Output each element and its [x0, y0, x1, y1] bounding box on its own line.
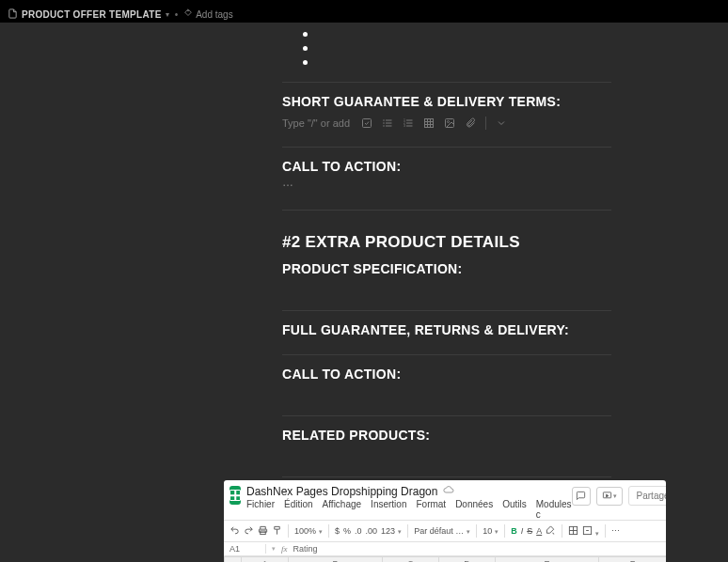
- separator: [485, 117, 486, 130]
- col-header[interactable]: A: [242, 557, 289, 563]
- font-select[interactable]: Par défaut …: [414, 526, 470, 536]
- numbered-list-icon[interactable]: 123: [403, 117, 414, 129]
- name-box-chevron[interactable]: ▾: [272, 545, 276, 553]
- print-icon[interactable]: [258, 525, 268, 538]
- separator: •: [175, 9, 179, 20]
- sheets-document-title[interactable]: DashNex Pages Dropshipping Dragon: [246, 485, 437, 498]
- divider: [282, 415, 611, 416]
- divider: [282, 210, 611, 211]
- divider: [282, 476, 611, 477]
- menu-view[interactable]: Affichage: [323, 499, 362, 520]
- number-format-select[interactable]: 123: [381, 526, 402, 536]
- ellipsis-text[interactable]: …: [282, 176, 611, 189]
- page-title-chevron[interactable]: ▾: [166, 10, 169, 19]
- editor-canvas: SHORT GUARANTEE & DELIVERY TERMS: Type "…: [0, 23, 728, 562]
- percent-button[interactable]: %: [343, 526, 351, 536]
- currency-button[interactable]: $: [335, 526, 340, 536]
- menu-file[interactable]: Fichier: [246, 499, 275, 520]
- svg-point-3: [383, 122, 385, 124]
- sheets-toolbar[interactable]: 100% $ % .0 .00 123 Par défaut … 10 B I …: [224, 520, 666, 542]
- svg-point-4: [383, 125, 385, 127]
- formula-bar[interactable]: A1 ▾ fx Rating: [224, 542, 666, 556]
- decrease-decimal-button[interactable]: .0: [355, 526, 362, 536]
- heading-extra-details[interactable]: #2 EXTRA PRODUCT DETAILS: [282, 233, 611, 252]
- heading-cta-1[interactable]: CALL TO ACTION:: [282, 159, 611, 174]
- bold-button[interactable]: B: [511, 526, 517, 536]
- svg-rect-5: [386, 120, 392, 121]
- block-insert-toolbar[interactable]: Type "/" or add 123: [282, 117, 611, 130]
- menu-edit[interactable]: Édition: [284, 499, 313, 520]
- italic-button[interactable]: I: [521, 526, 524, 536]
- svg-rect-7: [386, 126, 392, 127]
- col-header[interactable]: C: [383, 557, 439, 563]
- col-header[interactable]: F: [599, 557, 667, 563]
- present-icon[interactable]: ▾: [596, 487, 623, 506]
- bullet-item[interactable]: [303, 60, 308, 65]
- heading-cta-2[interactable]: CALL TO ACTION:: [282, 367, 611, 382]
- divider: [282, 147, 611, 148]
- divider: [282, 354, 611, 355]
- bullet-list[interactable]: [282, 32, 611, 65]
- google-sheets-icon: [229, 486, 241, 505]
- font-size-select[interactable]: 10: [483, 526, 499, 536]
- divider: [282, 310, 611, 311]
- svg-rect-9: [406, 123, 413, 124]
- col-header[interactable]: D: [439, 557, 496, 563]
- toolbar-more-icon[interactable]: ⋯: [611, 526, 620, 536]
- svg-point-0: [188, 10, 189, 11]
- heading-short-guarantee[interactable]: SHORT GUARANTEE & DELIVERY TERMS:: [282, 94, 611, 109]
- menu-addons[interactable]: Modules c: [536, 499, 572, 520]
- formula-input[interactable]: Rating: [293, 544, 318, 554]
- spreadsheet-grid[interactable]: A B C D E F 1 Rating Review Content Firs…: [224, 556, 666, 562]
- undo-icon[interactable]: [229, 525, 240, 538]
- document-body[interactable]: SHORT GUARANTEE & DELIVERY TERMS: Type "…: [282, 23, 611, 504]
- heading-related-products[interactable]: RELATED PRODUCTS:: [282, 428, 611, 443]
- svg-point-16: [448, 121, 450, 123]
- menu-insert[interactable]: Insertion: [371, 499, 406, 520]
- paint-format-icon[interactable]: [272, 525, 282, 538]
- svg-rect-14: [425, 119, 434, 128]
- comments-icon[interactable]: [572, 487, 591, 506]
- fill-color-icon[interactable]: [546, 525, 556, 538]
- corner-cell[interactable]: [225, 557, 242, 563]
- col-header[interactable]: B: [289, 557, 383, 563]
- svg-rect-6: [386, 123, 392, 124]
- bullet-item[interactable]: [303, 46, 308, 51]
- attachment-icon[interactable]: [465, 117, 476, 129]
- document-icon: [8, 8, 18, 21]
- strikethrough-button[interactable]: S: [527, 526, 532, 536]
- text-color-button[interactable]: A: [536, 526, 542, 536]
- column-header-row[interactable]: A B C D E F: [225, 557, 667, 563]
- tag-icon: [183, 8, 193, 20]
- image-icon[interactable]: [444, 117, 455, 129]
- increase-decimal-button[interactable]: .00: [366, 526, 378, 536]
- redo-icon[interactable]: [244, 525, 254, 538]
- cloud-saved-icon: [443, 484, 454, 498]
- menu-data[interactable]: Données: [455, 499, 493, 520]
- fx-icon: fx: [281, 544, 288, 554]
- add-tags-button[interactable]: Add tags: [196, 9, 232, 20]
- col-header[interactable]: E: [496, 557, 599, 563]
- heading-product-spec[interactable]: PRODUCT SPECIFICATION:: [282, 261, 611, 276]
- heading-full-guarantee[interactable]: FULL GUARANTEE, RETURNS & DELIVERY:: [282, 322, 611, 337]
- checkbox-icon[interactable]: [361, 117, 372, 129]
- menu-format[interactable]: Format: [416, 499, 446, 520]
- more-icon[interactable]: [496, 117, 507, 129]
- empty-block-placeholder[interactable]: Type "/" or add: [282, 117, 350, 129]
- menu-tools[interactable]: Outils: [502, 499, 527, 520]
- name-box[interactable]: A1: [229, 544, 266, 554]
- divider: [282, 82, 611, 83]
- merge-cells-icon[interactable]: [582, 525, 599, 538]
- google-sheets-embed[interactable]: DashNex Pages Dropshipping Dragon Fichie…: [224, 480, 666, 562]
- zoom-select[interactable]: 100%: [294, 526, 323, 536]
- bullet-item[interactable]: [303, 32, 308, 37]
- page-title[interactable]: PRODUCT OFFER TEMPLATE: [22, 9, 162, 20]
- svg-text:3: 3: [404, 124, 405, 128]
- share-button[interactable]: Partager: [628, 486, 666, 506]
- bulleted-list-icon[interactable]: [382, 117, 393, 129]
- sheets-menu-bar[interactable]: Fichier Édition Affichage Insertion Form…: [246, 499, 572, 520]
- svg-point-2: [383, 119, 385, 121]
- table-icon[interactable]: [423, 117, 435, 129]
- svg-rect-8: [406, 120, 413, 121]
- borders-icon[interactable]: [568, 525, 578, 538]
